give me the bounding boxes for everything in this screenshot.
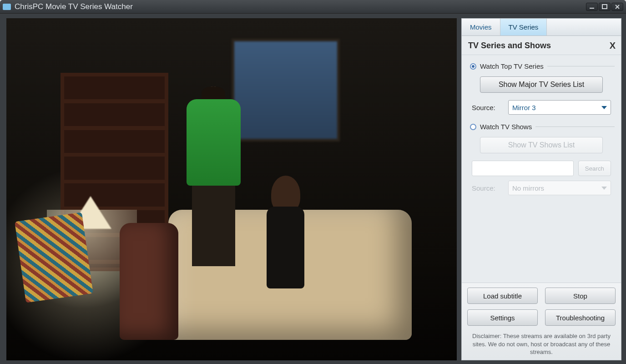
tab-tv-series[interactable]: TV Series (500, 19, 547, 35)
show-major-tv-series-button[interactable]: Show Major TV Series List (480, 76, 603, 93)
maximize-icon (602, 4, 607, 10)
minimize-button[interactable] (586, 3, 598, 11)
client-area: Movies TV Series TV Series and Shows X W… (0, 14, 626, 364)
load-subtitle-button[interactable]: Load subtitle (467, 288, 538, 304)
maximize-button[interactable] (599, 3, 611, 11)
radio-top-tv-series[interactable] (470, 63, 476, 70)
group-top-tv-series: Watch Top TV Series Show Major TV Series… (468, 62, 615, 115)
tv-shows-search-input (472, 161, 574, 176)
tab-movies[interactable]: Movies (462, 19, 500, 35)
close-button[interactable] (611, 3, 623, 11)
divider (535, 126, 615, 127)
show-tv-shows-button: Show TV Shows List (480, 137, 603, 153)
panel-title: TV Series and Shows (468, 41, 551, 51)
tab-bar: Movies TV Series (462, 19, 621, 36)
video-frame (6, 18, 457, 360)
video-player[interactable] (6, 18, 457, 360)
svg-rect-0 (590, 8, 594, 9)
svg-rect-1 (602, 5, 607, 9)
source-label-shows: Source: (472, 184, 504, 192)
app-icon (3, 4, 11, 10)
disclaimer-text: Disclaimer: These streams are available … (467, 331, 616, 357)
divider (547, 66, 615, 66)
minimize-icon (589, 4, 595, 10)
panel-close-button[interactable]: X (610, 40, 616, 51)
window-title: ChrisPC Movie TV Series Watcher (15, 2, 586, 11)
chevron-down-icon (601, 106, 607, 109)
source-select-top-value: Mirror 3 (512, 104, 536, 111)
source-select-shows-value: No mirrors (512, 184, 544, 192)
tv-shows-search-button: Search (578, 161, 611, 176)
source-select-top[interactable]: Mirror 3 (508, 100, 611, 115)
group-tv-shows: Watch TV Shows Show TV Shows List Search… (468, 123, 615, 195)
group-shows-label: Watch TV Shows (480, 123, 532, 131)
close-icon (615, 4, 620, 10)
app-window: ChrisPC Movie TV Series Watcher (0, 0, 626, 364)
panel-header: TV Series and Shows X (462, 36, 621, 55)
panel-body: Watch Top TV Series Show Major TV Series… (462, 55, 621, 283)
settings-button[interactable]: Settings (467, 309, 538, 326)
source-label-top: Source: (472, 104, 504, 111)
group-top-label: Watch Top TV Series (480, 62, 544, 70)
titlebar[interactable]: ChrisPC Movie TV Series Watcher (0, 0, 626, 14)
source-select-shows: No mirrors (508, 181, 611, 195)
radio-tv-shows[interactable] (470, 124, 476, 130)
troubleshooting-button[interactable]: Troubleshooting (545, 309, 616, 326)
bottom-bar: Load subtitle Stop Settings Troubleshoot… (462, 283, 621, 360)
side-panel: Movies TV Series TV Series and Shows X W… (461, 18, 621, 360)
chevron-down-icon (601, 187, 607, 190)
stop-button[interactable]: Stop (545, 288, 616, 304)
